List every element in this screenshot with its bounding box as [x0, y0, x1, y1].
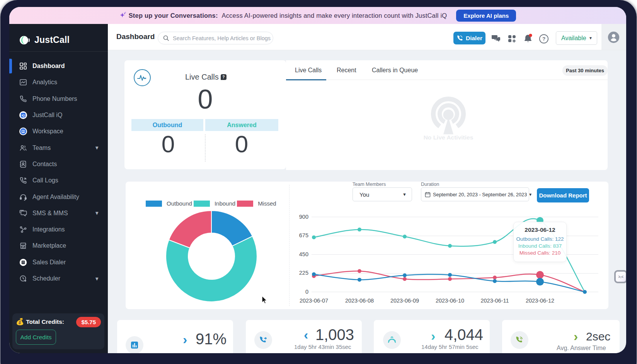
- svg-text:?: ?: [542, 36, 545, 42]
- svg-text:iQ: iQ: [22, 114, 25, 117]
